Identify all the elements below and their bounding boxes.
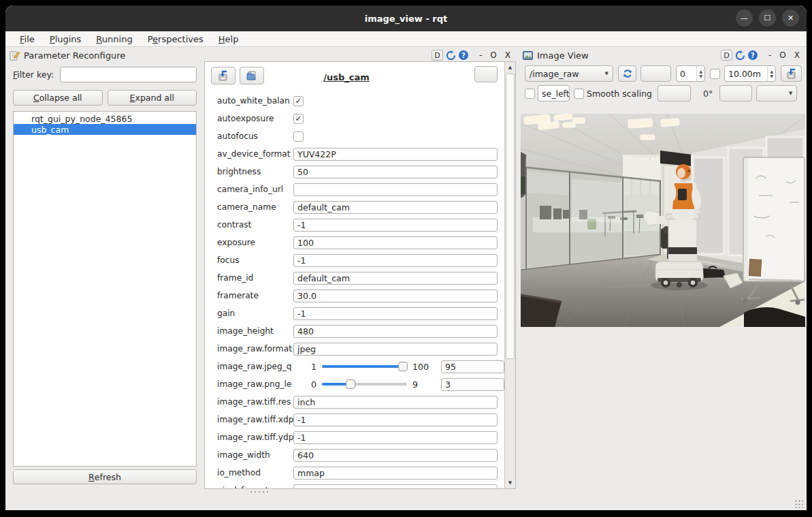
scroll-up-button[interactable]: ▲	[505, 62, 515, 73]
param-label: image_width	[217, 450, 293, 460]
window-close-button[interactable]: ✕	[782, 10, 799, 27]
param-label: autofocus	[217, 131, 293, 141]
slider-handle[interactable]	[398, 362, 408, 371]
param-text-field[interactable]: 480	[293, 325, 498, 338]
menu-perspectives[interactable]: Perspectives	[140, 33, 211, 46]
dock-minimize-button[interactable]: -	[476, 50, 485, 60]
color-scheme-combobox[interactable]: ▼	[756, 85, 797, 101]
scrollbar-thumb[interactable]	[506, 74, 515, 359]
param-text-field[interactable]: default_cam	[293, 272, 498, 285]
spin-up-icon: ▲	[699, 69, 702, 74]
gridlines-spinbox[interactable]: 0 ▲ ▼	[676, 65, 705, 82]
rotation-field[interactable]	[719, 85, 752, 101]
editor-scrollbar[interactable]: ▲ ▼	[504, 62, 515, 488]
mouse-topic-field[interactable]: se_left	[538, 85, 570, 101]
cardboard-box	[749, 260, 761, 277]
menu-file[interactable]: File	[12, 33, 42, 46]
save-image-icon	[785, 68, 798, 79]
menu-help[interactable]: Help	[211, 33, 246, 46]
param-row: camera_info_url	[205, 181, 504, 198]
param-label: pixel_format	[217, 486, 293, 488]
refresh-icon	[622, 68, 633, 79]
spin-down-icon: ▼	[699, 74, 702, 78]
param-text-field[interactable]	[293, 183, 498, 196]
param-checkbox[interactable]: ✓	[293, 96, 304, 106]
dock-detach-button[interactable]: D	[432, 50, 443, 61]
dock-title: Parameter Reconfigure	[24, 50, 125, 61]
reload-plugin-icon[interactable]	[446, 50, 456, 61]
param-row: autoexposure✓	[205, 110, 504, 127]
refresh-button[interactable]: Refresh	[13, 469, 197, 484]
param-label: image_raw.tiff.res	[217, 397, 293, 407]
topic-value: /image_raw	[530, 69, 579, 79]
minimize-icon: —	[741, 14, 748, 22]
toolbar-extra-button[interactable]	[640, 65, 671, 82]
menu-running[interactable]: Running	[88, 33, 140, 46]
slider-handle[interactable]	[346, 379, 355, 389]
param-text-field[interactable]: 100	[293, 236, 498, 249]
param-text-field[interactable]: -1	[293, 254, 498, 267]
workspace: Parameter Reconfigure D ? - O X Filter k…	[5, 47, 807, 510]
maximize-icon: ☐	[764, 14, 771, 22]
param-text-field[interactable]: -1	[293, 219, 498, 232]
scroll-down-button[interactable]: ▼	[505, 477, 515, 488]
camera-image[interactable]	[521, 114, 805, 327]
dock-close-button[interactable]: X	[792, 50, 802, 60]
param-row: exposure100	[205, 234, 504, 251]
notepad-pencil-icon	[10, 50, 20, 61]
param-label: image_raw.tiff.xdp	[217, 415, 293, 424]
window-maximize-button[interactable]: ☐	[759, 10, 776, 27]
dock-float-button[interactable]: O	[777, 50, 788, 60]
param-slider-value[interactable]: 3	[441, 378, 504, 391]
smooth-scaling-checkbox[interactable]	[574, 89, 584, 99]
param-text-field[interactable]: 50	[293, 166, 498, 178]
spin-down-icon: ▼	[770, 74, 773, 78]
menu-plugins[interactable]: Plugins	[42, 33, 89, 46]
max-range-spinbox[interactable]: 10.00m ▲ ▼	[724, 65, 776, 82]
param-text-field[interactable]: -1	[293, 431, 498, 444]
param-text-field[interactable]: inch	[293, 396, 498, 409]
filter-key-label: Filter key:	[13, 69, 54, 80]
param-text-field[interactable]: jpeg	[293, 343, 498, 356]
param-slider[interactable]	[322, 383, 407, 386]
dynamic-range-checkbox[interactable]	[710, 69, 720, 79]
dock-close-button[interactable]: X	[502, 50, 513, 60]
expand-all-button[interactable]: Expand all	[108, 90, 197, 106]
filter-key-input[interactable]	[60, 67, 197, 82]
help-icon[interactable]: ?	[748, 50, 758, 60]
param-text-field[interactable]: mmap	[293, 467, 498, 480]
save-image-button[interactable]	[781, 65, 802, 82]
param-text-field[interactable]: -1	[293, 307, 498, 320]
dock-minimize-button[interactable]: -	[766, 50, 774, 60]
param-text-field[interactable]: 30.0	[293, 289, 498, 302]
param-text-field[interactable]: default_cam	[293, 201, 498, 214]
node-item[interactable]: usb_cam	[14, 124, 196, 135]
param-row: auto_white_balan✓	[205, 92, 504, 110]
collapse-all-button[interactable]: Collapse all	[13, 90, 103, 106]
zoom-field[interactable]	[657, 85, 691, 101]
window-minimize-button[interactable]: —	[736, 10, 753, 27]
help-icon[interactable]: ?	[459, 50, 468, 60]
splitter-handle[interactable]	[249, 490, 271, 493]
editor-extra-button[interactable]	[474, 66, 498, 82]
selected-node-title: /usb_cam	[205, 62, 488, 92]
slider-min-label: 0	[293, 379, 316, 390]
param-row: image_width640	[205, 446, 504, 464]
param-text-field[interactable]: yuyv	[293, 484, 498, 489]
refresh-topics-button[interactable]	[618, 65, 636, 82]
param-checkbox[interactable]	[293, 131, 304, 142]
dock-detach-button[interactable]: D	[721, 50, 732, 61]
reload-plugin-icon[interactable]	[735, 50, 745, 61]
node-item[interactable]: rqt_gui_py_node_45865	[14, 113, 196, 124]
param-text-field[interactable]: -1	[293, 413, 498, 426]
dock-float-button[interactable]: O	[487, 50, 499, 60]
param-slider-value[interactable]: 95	[441, 360, 504, 373]
param-slider[interactable]	[322, 365, 407, 368]
topic-combobox[interactable]: /image_raw ▼	[525, 65, 613, 82]
param-checkbox[interactable]: ✓	[293, 114, 304, 124]
image-view-icon	[523, 51, 533, 60]
param-rows: auto_white_balan✓autoexposure✓autofocusa…	[205, 92, 504, 488]
param-text-field[interactable]: 640	[293, 449, 498, 462]
publish-click-checkbox[interactable]	[525, 89, 535, 99]
param-text-field[interactable]: YUV422P	[293, 148, 498, 161]
